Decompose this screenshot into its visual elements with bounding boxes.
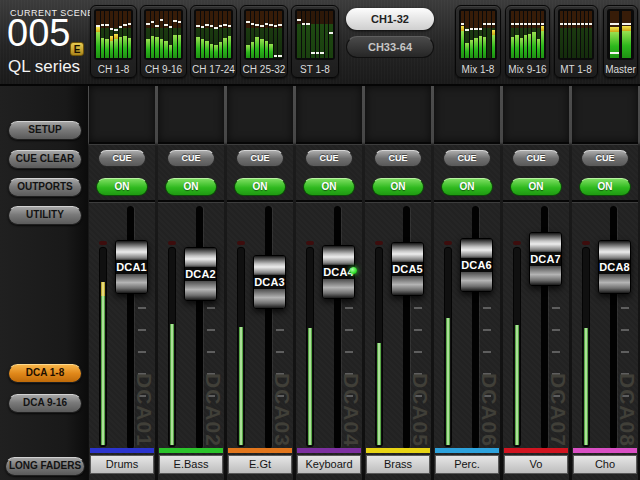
fader-cap[interactable]: DCA6 bbox=[460, 238, 493, 292]
outports-button[interactable]: OUTPORTS bbox=[8, 178, 82, 197]
fader-cap-label: DCA3 bbox=[254, 275, 285, 289]
on-button[interactable]: ON bbox=[303, 178, 355, 196]
channel-name[interactable]: Keyboard bbox=[297, 455, 361, 474]
cue-button[interactable]: CUE bbox=[374, 150, 422, 167]
cue-button[interactable]: CUE bbox=[581, 150, 629, 167]
on-button[interactable]: ON bbox=[96, 178, 148, 196]
fader-position-mark bbox=[515, 23, 518, 25]
fader-cap[interactable]: DCA1 bbox=[115, 240, 148, 294]
meter-block-label: CH 25-32 bbox=[241, 64, 287, 75]
on-button[interactable]: ON bbox=[510, 178, 562, 196]
level-meter bbox=[487, 11, 490, 58]
dca-9-16-button[interactable]: DCA 9-16 bbox=[8, 394, 82, 413]
level-meter bbox=[511, 11, 514, 58]
cue-clear-button[interactable]: CUE CLEAR bbox=[8, 150, 82, 169]
on-button[interactable]: ON bbox=[441, 178, 493, 196]
fader-position-mark bbox=[581, 23, 584, 25]
long-faders-button[interactable]: LONG FADERS bbox=[5, 457, 85, 476]
strip-divider bbox=[227, 200, 293, 203]
level-meter bbox=[311, 11, 315, 58]
fader-cap-label: DCA1 bbox=[116, 260, 147, 274]
strip-divider bbox=[296, 142, 362, 145]
meter-yellow-tip bbox=[114, 34, 118, 39]
meter-yellow-tip bbox=[110, 36, 114, 41]
bank-button-ch1-32[interactable]: CH1-32 bbox=[346, 8, 434, 30]
meter-fill bbox=[151, 36, 155, 58]
meter-block-ch-17-24[interactable]: CH 17-24 bbox=[190, 5, 237, 78]
bank-button-ch33-64[interactable]: CH33-64 bbox=[346, 36, 434, 58]
cue-button[interactable]: CUE bbox=[512, 150, 560, 167]
fader-position-mark bbox=[223, 24, 227, 26]
level-meter bbox=[329, 11, 333, 58]
fader-position-mark bbox=[251, 23, 255, 25]
channel-name[interactable]: Perc. bbox=[435, 455, 499, 474]
meter-fill bbox=[528, 34, 531, 58]
scene-number[interactable]: 005 bbox=[7, 12, 70, 55]
channel-name[interactable]: E.Bass bbox=[159, 455, 223, 474]
on-button[interactable]: ON bbox=[165, 178, 217, 196]
meter-block-st-1-8[interactable]: ST 1-8 bbox=[291, 5, 339, 78]
meter-block-ch-25-32[interactable]: CH 25-32 bbox=[240, 5, 288, 78]
level-meter bbox=[524, 11, 527, 58]
fader-position-mark bbox=[146, 23, 150, 25]
fader-cap-bottom bbox=[323, 279, 354, 298]
meter-block-ch-9-16[interactable]: CH 9-16 bbox=[140, 5, 187, 78]
fader-scale-tick bbox=[345, 307, 353, 309]
cue-button[interactable]: CUE bbox=[167, 150, 215, 167]
strip-function-box[interactable] bbox=[89, 86, 155, 142]
fader-scale-tick bbox=[345, 329, 353, 331]
channel-name[interactable]: Drums bbox=[90, 455, 154, 474]
fader-scale-tick bbox=[552, 329, 560, 331]
utility-button[interactable]: UTILITY bbox=[8, 206, 82, 225]
on-button[interactable]: ON bbox=[234, 178, 286, 196]
fader-cap[interactable]: DCA5 bbox=[391, 242, 424, 296]
fader-position-mark bbox=[329, 32, 333, 34]
fader-cap[interactable]: DCA8 bbox=[598, 240, 631, 294]
cue-button[interactable]: CUE bbox=[443, 150, 491, 167]
dca-1-8-button[interactable]: DCA 1-8 bbox=[8, 364, 82, 383]
fader-position-mark bbox=[537, 23, 540, 25]
level-meter bbox=[520, 11, 523, 58]
fader-cap[interactable]: DCA3 bbox=[253, 255, 286, 309]
level-meter bbox=[210, 11, 214, 58]
fader-scale-tick bbox=[621, 329, 629, 331]
strip-function-box[interactable] bbox=[158, 86, 224, 142]
strip-function-box[interactable] bbox=[296, 86, 362, 142]
strip-function-box[interactable] bbox=[227, 86, 293, 142]
meter-block-mt-1-8[interactable]: MT 1-8 bbox=[554, 5, 598, 78]
strip-function-box[interactable] bbox=[503, 86, 569, 142]
cue-button[interactable]: CUE bbox=[305, 150, 353, 167]
strip-function-box[interactable] bbox=[434, 86, 500, 142]
fader-cap[interactable]: DCA4 bbox=[322, 245, 355, 299]
level-meter bbox=[622, 11, 631, 58]
level-meter bbox=[461, 11, 464, 58]
level-meter bbox=[114, 11, 118, 58]
peak-led bbox=[237, 241, 245, 245]
setup-button[interactable]: SETUP bbox=[8, 121, 82, 140]
meter-block-label: Master bbox=[604, 64, 637, 75]
fader-cap-bottom bbox=[530, 266, 561, 285]
cue-button[interactable]: CUE bbox=[236, 150, 284, 167]
channel-name[interactable]: Brass bbox=[366, 455, 430, 474]
on-button[interactable]: ON bbox=[579, 178, 631, 196]
channel-color-bar bbox=[228, 448, 292, 453]
channel-name[interactable]: Cho bbox=[573, 455, 637, 474]
level-meter bbox=[274, 11, 278, 58]
level-meter bbox=[105, 11, 109, 58]
strip-function-box[interactable] bbox=[572, 86, 638, 142]
channel-name[interactable]: Vo bbox=[504, 455, 568, 474]
fader-position-mark bbox=[219, 25, 223, 27]
fader-position-mark bbox=[532, 23, 535, 25]
fader-cap[interactable]: DCA2 bbox=[184, 247, 217, 301]
strip-function-box[interactable] bbox=[365, 86, 431, 142]
meter-block-master[interactable]: Master bbox=[603, 5, 638, 78]
meter-block-ch-1-8[interactable]: CH 1-8 bbox=[90, 5, 137, 78]
fader-position-mark bbox=[585, 23, 588, 25]
cue-button[interactable]: CUE bbox=[98, 150, 146, 167]
on-button[interactable]: ON bbox=[372, 178, 424, 196]
meter-block-mix-9-16[interactable]: Mix 9-16 bbox=[505, 5, 550, 78]
meter-block-mix-1-8[interactable]: Mix 1-8 bbox=[455, 5, 501, 78]
channel-name[interactable]: E.Gt bbox=[228, 455, 292, 474]
fader-cap[interactable]: DCA7 bbox=[529, 232, 562, 286]
level-meter bbox=[528, 11, 531, 58]
